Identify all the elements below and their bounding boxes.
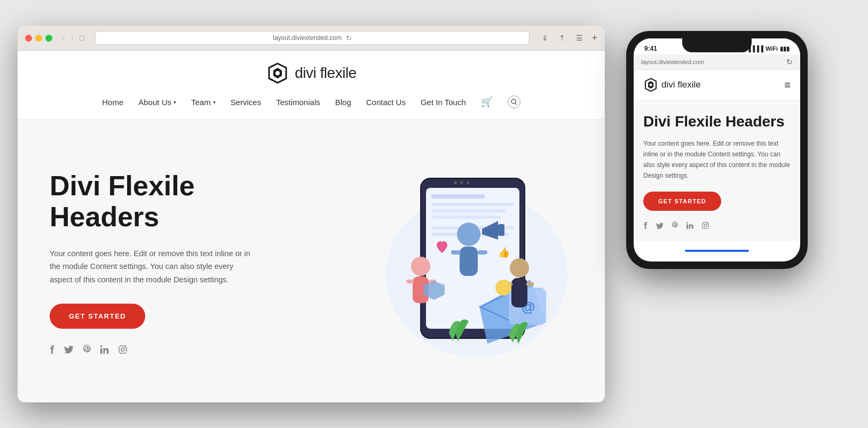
- phone-facebook-icon[interactable]: [643, 221, 648, 231]
- hero-cta-button[interactable]: GET STARTED: [50, 304, 145, 329]
- twitter-icon[interactable]: [64, 346, 74, 355]
- browser-chrome: ‹ › □ layout.diviextended.com ↻ ⇓ ⇡ ☰ +: [18, 26, 605, 51]
- team-dropdown-arrow: ▾: [213, 99, 216, 105]
- new-tab-button[interactable]: +: [591, 31, 597, 45]
- svg-point-41: [650, 84, 652, 86]
- wifi-icon: WiFi: [766, 45, 778, 52]
- instagram-icon[interactable]: [119, 345, 127, 356]
- forward-button[interactable]: ›: [69, 33, 76, 43]
- phone-home-indicator: [685, 250, 749, 252]
- svg-rect-42: [686, 224, 688, 229]
- svg-point-38: [495, 280, 511, 296]
- phone-site-header: divi flexile ≡: [634, 70, 800, 100]
- hero-section: Divi Flexile Headers Your content goes h…: [18, 120, 605, 402]
- svg-rect-18: [431, 209, 506, 212]
- site-nav: Home About Us ▾ Team ▾ Services Testimon…: [102, 96, 520, 108]
- window-button[interactable]: □: [77, 33, 86, 43]
- scene: ‹ › □ layout.diviextended.com ↻ ⇓ ⇡ ☰ +: [18, 26, 850, 402]
- nav-blog[interactable]: Blog: [335, 98, 351, 107]
- hero-title: Divi Flexile Headers: [50, 171, 285, 232]
- logo-text: divi flexile: [295, 65, 356, 82]
- fullscreen-button[interactable]: [45, 35, 52, 42]
- search-icon[interactable]: [508, 96, 520, 108]
- desktop-browser: ‹ › □ layout.diviextended.com ↻ ⇓ ⇡ ☰ +: [18, 26, 605, 402]
- svg-rect-36: [526, 282, 534, 286]
- svg-rect-16: [431, 194, 485, 199]
- cart-icon[interactable]: 🛒: [481, 96, 493, 108]
- phone-notch: [682, 38, 752, 52]
- svg-point-45: [704, 224, 707, 227]
- phone-twitter-icon[interactable]: [656, 222, 664, 231]
- svg-point-24: [457, 223, 480, 246]
- phone-hero-socials: [643, 221, 791, 231]
- svg-rect-44: [703, 223, 708, 228]
- hero-image: @: [285, 152, 573, 376]
- svg-point-29: [411, 257, 430, 276]
- svg-point-43: [686, 222, 688, 224]
- svg-rect-34: [511, 278, 527, 307]
- close-button[interactable]: [25, 35, 32, 42]
- phone-screen: 9:41 ▐▐▐▐ WiFi ▮▮▮ layout.diviextended.c…: [634, 38, 800, 261]
- linkedin-icon[interactable]: [100, 345, 109, 356]
- svg-rect-5: [100, 348, 102, 354]
- site-header: divi flexile Home About Us ▾ Team ▾ Serv…: [18, 51, 605, 120]
- mobile-phone-wrapper: 9:41 ▐▐▐▐ WiFi ▮▮▮ layout.diviextended.c…: [626, 31, 808, 269]
- nav-team[interactable]: Team ▾: [191, 98, 216, 107]
- phone-instagram-icon[interactable]: [702, 222, 709, 231]
- address-bar[interactable]: layout.diviextended.com ↻: [95, 31, 530, 45]
- phone-hero-title: Divi Flexile Headers: [643, 113, 791, 130]
- phone-url: layout.diviextended.com: [641, 59, 704, 65]
- phone-device: 9:41 ▐▐▐▐ WiFi ▮▮▮ layout.diviextended.c…: [626, 31, 808, 269]
- website-content: divi flexile Home About Us ▾ Team ▾ Serv…: [18, 51, 605, 402]
- phone-hero-cta-button[interactable]: GET STARTED: [643, 192, 721, 211]
- hero-description: Your content goes here. Edit or remove t…: [50, 247, 252, 287]
- phone-linkedin-icon[interactable]: [686, 222, 693, 231]
- refresh-icon[interactable]: ↻: [346, 34, 352, 42]
- svg-rect-26: [451, 250, 461, 255]
- phone-status-icons: ▐▐▐▐ WiFi ▮▮▮: [747, 45, 790, 52]
- svg-text:👍: 👍: [498, 247, 510, 258]
- battery-icon: ▮▮▮: [780, 45, 790, 52]
- phone-logo: divi flexile: [643, 77, 701, 92]
- nav-get-in-touch[interactable]: Get In Touch: [421, 98, 466, 107]
- svg-point-14: [460, 181, 463, 184]
- browser-actions: ⇓ ⇡ ☰ +: [538, 31, 597, 45]
- phone-time: 9:41: [644, 45, 657, 52]
- nav-testimonials[interactable]: Testimonials: [276, 98, 320, 107]
- svg-point-15: [467, 181, 470, 184]
- phone-hero-section: Divi Flexile Headers Your content goes h…: [634, 100, 800, 241]
- svg-point-6: [100, 345, 102, 347]
- hamburger-menu-icon[interactable]: ≡: [784, 79, 791, 91]
- address-text: layout.diviextended.com: [273, 34, 342, 42]
- nav-contact-us[interactable]: Contact Us: [366, 98, 406, 107]
- about-dropdown-arrow: ▾: [173, 99, 176, 105]
- site-logo: divi flexile: [266, 61, 356, 85]
- nav-services[interactable]: Services: [231, 98, 262, 107]
- pinterest-icon[interactable]: [83, 345, 91, 356]
- browser-navigation: ‹ › □: [60, 33, 86, 43]
- phone-logo-text: divi flexile: [661, 80, 701, 90]
- share-icon[interactable]: ⇡: [555, 31, 569, 45]
- phone-hero-description: Your content goes here. Edit or remove t…: [643, 139, 791, 181]
- facebook-icon[interactable]: [50, 345, 54, 356]
- hero-content: Divi Flexile Headers Your content goes h…: [50, 171, 285, 356]
- nav-home[interactable]: Home: [102, 98, 123, 107]
- svg-point-33: [510, 258, 529, 278]
- svg-rect-17: [431, 203, 514, 206]
- back-button[interactable]: ‹: [60, 33, 67, 43]
- minimize-button[interactable]: [35, 35, 42, 42]
- svg-rect-7: [119, 346, 127, 353]
- svg-rect-25: [460, 247, 478, 276]
- nav-about-us[interactable]: About Us ▾: [138, 98, 176, 107]
- download-icon[interactable]: ⇓: [538, 31, 552, 45]
- phone-refresh-icon[interactable]: ↻: [786, 58, 793, 66]
- sidebar-icon[interactable]: ☰: [572, 31, 586, 45]
- svg-point-46: [707, 223, 708, 224]
- svg-point-8: [121, 348, 124, 351]
- phone-pinterest-icon[interactable]: [672, 221, 678, 231]
- logo-icon: [266, 61, 289, 85]
- svg-rect-19: [431, 216, 501, 219]
- svg-line-4: [515, 104, 517, 105]
- hero-socials: [50, 345, 285, 356]
- svg-rect-28: [498, 224, 504, 236]
